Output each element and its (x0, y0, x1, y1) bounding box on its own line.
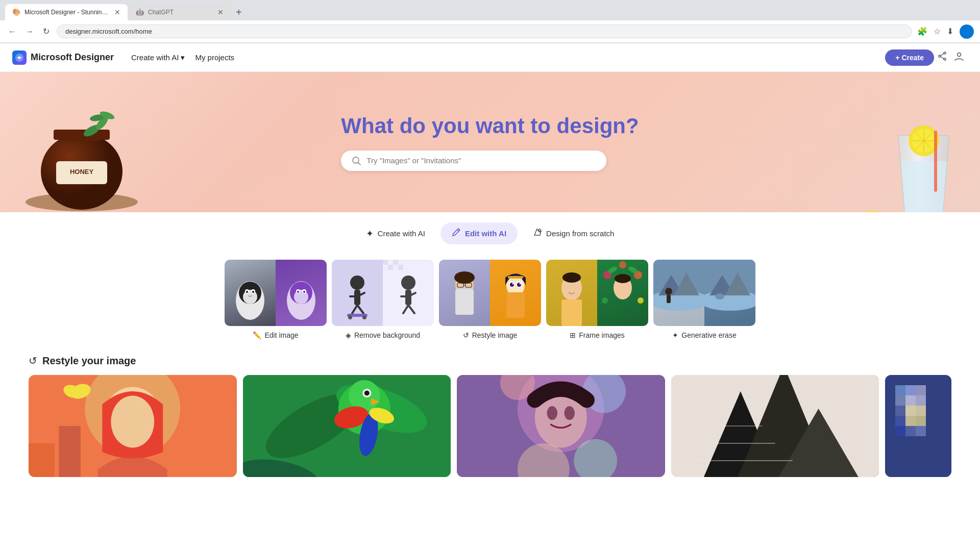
svg-point-122 (364, 390, 369, 395)
svg-rect-70 (455, 289, 474, 315)
account-button[interactable] (950, 47, 968, 67)
svg-point-35 (246, 291, 248, 293)
restyle-section-title: Restyle your image (42, 355, 136, 367)
svg-point-52 (348, 315, 352, 319)
restyle-card-2[interactable] (243, 375, 451, 477)
honey-jar-svg: HONEY (20, 74, 163, 212)
share-icon (937, 51, 947, 61)
svg-point-93 (619, 261, 626, 268)
remove-bg-thumbnail (332, 260, 434, 326)
restyle-card-4[interactable] (671, 375, 879, 477)
star-icon[interactable]: ☆ (934, 27, 941, 36)
cards-grid: ✏️ Edit image (29, 260, 951, 339)
design-from-scratch-tab[interactable]: Design from scratch (522, 222, 625, 244)
edit-image-card[interactable]: ✏️ Edit image (225, 260, 327, 339)
svg-rect-156 (916, 416, 926, 426)
svg-rect-159 (916, 426, 926, 436)
svg-point-106 (715, 293, 724, 299)
toolbar-icons: 🧩 ☆ ⬇ (917, 24, 974, 39)
my-projects-link[interactable]: My projects (190, 50, 239, 65)
forward-button[interactable]: → (23, 25, 36, 38)
tab-2-close[interactable]: ✕ (217, 8, 224, 16)
remove-bg-label: ◈ Remove background (346, 331, 420, 339)
svg-rect-157 (895, 426, 905, 436)
chevron-down-icon: ▾ (181, 53, 185, 62)
tab-2-label: ChatGPT (148, 9, 213, 16)
svg-point-27 (353, 157, 359, 163)
svg-point-81 (512, 283, 514, 285)
edit-tab-icon (452, 228, 461, 239)
svg-point-2 (944, 58, 946, 60)
remove-background-card[interactable]: ◈ Remove background (332, 260, 434, 339)
erase-thumbnail (653, 260, 755, 326)
create-with-ai-nav[interactable]: Create with AI ▾ (126, 50, 190, 65)
create-tab-icon: ✦ (366, 228, 374, 239)
tab-1-close[interactable]: ✕ (114, 8, 120, 16)
browser-chrome: 🎨 Microsoft Designer - Stunning... ✕ 🤖 C… (0, 0, 980, 43)
profile-avatar[interactable] (960, 24, 974, 39)
svg-line-5 (941, 57, 944, 59)
svg-point-43 (303, 291, 305, 293)
restyle-card-5[interactable] (885, 375, 951, 477)
frame-thumbnail (546, 260, 648, 326)
svg-point-29 (538, 229, 541, 231)
svg-point-134 (565, 406, 575, 420)
create-button[interactable]: + Create (885, 49, 934, 66)
restyle-card-3[interactable] (457, 375, 665, 477)
svg-point-6 (958, 53, 961, 57)
new-tab-button[interactable]: + (232, 7, 246, 18)
design-tab-label: Design from scratch (546, 229, 614, 238)
svg-text:HONEY: HONEY (70, 168, 94, 176)
svg-rect-148 (895, 395, 905, 406)
remove-bg-icon: ◈ (346, 331, 351, 339)
search-input[interactable] (366, 156, 596, 165)
restyle-image-card[interactable]: ↺ Restyle image (439, 260, 541, 339)
svg-point-110 (111, 396, 154, 448)
hero-search-bar[interactable] (341, 151, 606, 171)
create-with-ai-label: Create with AI (131, 53, 179, 62)
svg-point-85 (562, 272, 581, 283)
tab-2[interactable]: 🤖 ChatGPT ✕ (129, 4, 231, 20)
restyle-card-1[interactable] (29, 375, 237, 477)
svg-rect-152 (905, 406, 916, 416)
svg-rect-155 (905, 416, 916, 426)
svg-rect-153 (916, 406, 926, 416)
svg-line-28 (358, 163, 360, 165)
svg-rect-86 (561, 299, 582, 326)
tab-1-label: Microsoft Designer - Stunning... (24, 9, 110, 16)
svg-point-63 (401, 276, 415, 290)
generative-erase-card[interactable]: ✦ Generative erase (653, 260, 755, 339)
tab-1[interactable]: 🎨 Microsoft Designer - Stunning... ✕ (5, 4, 128, 20)
svg-line-4 (941, 54, 944, 56)
tab-1-favicon: 🎨 (12, 8, 20, 16)
edit-image-label: ✏️ Edit image (253, 331, 298, 339)
back-button[interactable]: ← (6, 25, 18, 38)
svg-point-100 (665, 288, 672, 295)
svg-rect-83 (508, 276, 523, 279)
svg-rect-113 (29, 443, 55, 477)
create-button-label: + Create (895, 54, 924, 62)
create-with-ai-tab[interactable]: ✦ Create with AI (355, 223, 436, 244)
address-bar: ← → ↻ 🧩 ☆ ⬇ (0, 20, 980, 43)
refresh-button[interactable]: ↻ (41, 24, 52, 38)
brand[interactable]: Microsoft Designer (12, 51, 114, 65)
brand-logo (12, 51, 27, 65)
brand-name: Microsoft Designer (31, 52, 114, 63)
share-button[interactable] (934, 48, 950, 67)
download-icon[interactable]: ⬇ (947, 27, 953, 36)
tab-2-favicon: 🤖 (136, 8, 144, 16)
address-input[interactable] (57, 24, 912, 38)
edit-with-ai-tab[interactable]: Edit with AI (440, 222, 518, 244)
my-projects-label: My projects (195, 53, 234, 62)
tab-bar: 🎨 Microsoft Designer - Stunning... ✕ 🤖 C… (0, 0, 980, 20)
svg-rect-158 (905, 426, 916, 436)
svg-rect-150 (916, 395, 926, 406)
frame-images-card[interactable]: ⊞ Frame images (546, 260, 648, 339)
svg-rect-146 (905, 385, 916, 395)
lemon-drink-svg (796, 115, 960, 212)
svg-rect-57 (383, 265, 388, 270)
hero-title: What do you want to design? (341, 114, 639, 138)
svg-point-36 (252, 291, 254, 293)
extensions-icon[interactable]: 🧩 (917, 27, 927, 36)
svg-rect-10 (54, 130, 110, 140)
